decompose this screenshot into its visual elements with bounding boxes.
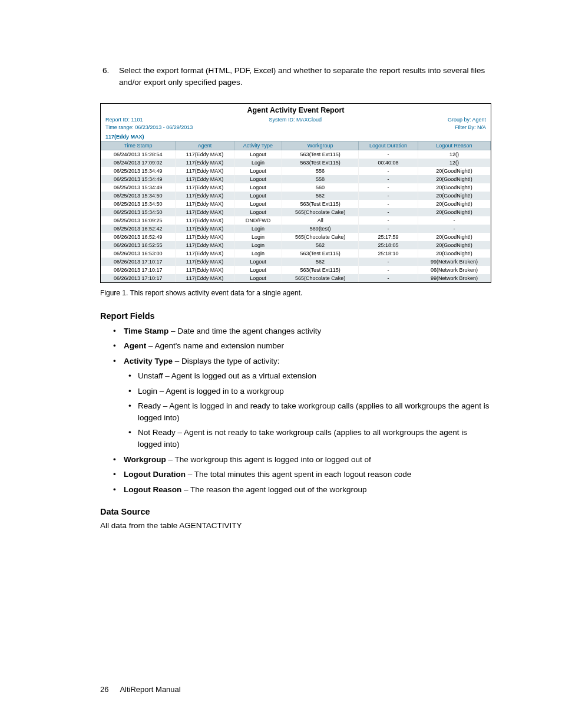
table-cell: 20(GoodNight!) — [418, 167, 490, 175]
field-item: Agent – Agent's name and extension numbe… — [124, 340, 491, 352]
table-cell: 565(Chocolate Cake) — [282, 208, 359, 216]
table-cell: - — [418, 225, 490, 233]
table-cell: 06(Network Broken) — [418, 266, 490, 274]
table-cell: 117(Eddy MAX) — [176, 183, 234, 192]
table-cell: 117(Eddy MAX) — [176, 200, 234, 208]
table-cell: 06/24/2013 15:28:54 — [101, 150, 176, 159]
table-cell: Logout — [234, 274, 282, 282]
instruction-list: 6. Select the export format (HTML, PDF, … — [100, 65, 491, 89]
table-cell: 117(Eddy MAX) — [176, 266, 234, 274]
table-cell: 20(GoodNight!) — [418, 200, 490, 208]
table-row: 06/26/2013 16:52:49117(Eddy MAX)Login565… — [101, 233, 491, 241]
table-cell: 20(GoodNight!) — [418, 183, 490, 192]
field-subitem: Login – Agent is logged in to a workgrou… — [138, 386, 491, 397]
table-cell: 99(Network Broken) — [418, 274, 490, 282]
table-cell: 06/25/2013 16:09:25 — [101, 216, 176, 225]
group-by: Group by: Agent — [448, 117, 486, 124]
field-item: Activity Type – Displays the type of act… — [124, 355, 491, 450]
caption-label: Figure 1. — [100, 289, 128, 297]
table-cell: 563(Test Ext115) — [282, 200, 359, 208]
table-cell: Login — [234, 159, 282, 167]
footer-title: AltiReport Manual — [120, 685, 180, 694]
field-subitem: Unstaff – Agent is logged out as a virtu… — [138, 370, 491, 382]
table-cell: - — [359, 225, 418, 233]
report-id: Report ID: 1101 — [105, 117, 143, 124]
agent-header: 117(Eddy MAX) — [101, 133, 491, 141]
table-cell: 25:18:10 — [359, 249, 418, 258]
table-cell: 00:40:08 — [359, 159, 418, 167]
table-cell: DND/FWD — [234, 216, 282, 225]
table-cell: Login — [234, 233, 282, 241]
table-cell: 20(GoodNight!) — [418, 192, 490, 200]
table-cell: 563(Test Ext115) — [282, 159, 359, 167]
table-row: 06/25/2013 15:34:49117(Eddy MAX)Logout55… — [101, 167, 491, 175]
table-cell: 117(Eddy MAX) — [176, 233, 234, 241]
table-cell: 563(Test Ext115) — [282, 249, 359, 258]
table-cell: 06/25/2013 15:34:49 — [101, 183, 176, 192]
instruction-item: 6. Select the export format (HTML, PDF, … — [117, 65, 491, 89]
table-cell: 25:18:05 — [359, 241, 418, 249]
field-subitem: Ready – Agent is logged in and ready to … — [138, 400, 491, 423]
table-cell: 117(Eddy MAX) — [176, 225, 234, 233]
caption-text: This report shows activity event data fo… — [130, 289, 302, 297]
table-cell: 117(Eddy MAX) — [176, 167, 234, 175]
table-cell: - — [359, 183, 418, 192]
table-cell: 20(GoodNight!) — [418, 249, 490, 258]
table-cell: - — [359, 258, 418, 266]
report-meta-row1: Report ID: 1101 System ID: MAXCloud Grou… — [101, 117, 491, 124]
table-cell: 20(GoodNight!) — [418, 241, 490, 249]
table-cell: 562 — [282, 241, 359, 249]
table-cell: 06/25/2013 15:34:49 — [101, 175, 176, 183]
table-cell: - — [359, 208, 418, 216]
page: 6. Select the export format (HTML, PDF, … — [0, 0, 562, 728]
field-item: Workgroup – The workgroup this agent is … — [124, 454, 491, 466]
table-row: 06/25/2013 15:34:49117(Eddy MAX)Logout55… — [101, 175, 491, 183]
table-cell: 563(Test Ext115) — [282, 266, 359, 274]
table-row: 06/24/2013 17:09:02117(Eddy MAX)Login563… — [101, 159, 491, 167]
data-source-text: All data from the table AGENTACTIVITY — [100, 521, 491, 530]
table-cell: 117(Eddy MAX) — [176, 274, 234, 282]
table-header-cell: Activity Type — [234, 141, 282, 150]
field-desc: Date and time the agent changes activity — [177, 327, 321, 335]
table-cell: 06/25/2013 15:34:50 — [101, 192, 176, 200]
page-footer: 26 AltiReport Manual — [100, 685, 181, 694]
table-cell: 117(Eddy MAX) — [176, 159, 234, 167]
report-title: Agent Activity Event Report — [101, 104, 491, 117]
field-subitem: Not Ready – Agent is not ready to take w… — [138, 427, 491, 450]
field-item: Logout Reason – The reason the agent log… — [124, 484, 491, 496]
table-cell: 117(Eddy MAX) — [176, 258, 234, 266]
table-cell: 20(GoodNight!) — [418, 175, 490, 183]
table-cell: Logout — [234, 183, 282, 192]
table-header-row: Time StampAgentActivity TypeWorkgroupLog… — [101, 141, 491, 150]
table-cell: 06/25/2013 15:34:49 — [101, 167, 176, 175]
table-cell: 06/25/2013 15:34:50 — [101, 200, 176, 208]
system-id: System ID: MAXCloud — [269, 117, 322, 124]
table-cell: 562 — [282, 258, 359, 266]
table-cell: 562 — [282, 192, 359, 200]
report-table: Time StampAgentActivity TypeWorkgroupLog… — [101, 141, 491, 282]
table-row: 06/25/2013 15:34:50117(Eddy MAX)Logout56… — [101, 192, 491, 200]
table-cell: Logout — [234, 200, 282, 208]
table-cell: 563(Test Ext115) — [282, 150, 359, 159]
report-screenshot: Agent Activity Event Report Report ID: 1… — [100, 103, 491, 283]
table-row: 06/26/2013 17:10:17117(Eddy MAX)Logout56… — [101, 266, 491, 274]
table-cell: Logout — [234, 167, 282, 175]
table-header-cell: Agent — [176, 141, 234, 150]
field-name: Time Stamp — [124, 327, 168, 335]
table-header-cell: Workgroup — [282, 141, 359, 150]
table-cell: 99(Network Broken) — [418, 258, 490, 266]
field-name: Workgroup — [124, 455, 166, 464]
table-cell: 117(Eddy MAX) — [176, 249, 234, 258]
table-cell: - — [359, 216, 418, 225]
table-row: 06/24/2013 15:28:54117(Eddy MAX)Logout56… — [101, 150, 491, 159]
table-row: 06/25/2013 16:09:25117(Eddy MAX)DND/FWDA… — [101, 216, 491, 225]
table-cell: 556 — [282, 167, 359, 175]
time-range: Time range: 06/23/2013 - 06/29/2013 — [105, 124, 193, 133]
table-cell: 117(Eddy MAX) — [176, 216, 234, 225]
table-row: 06/25/2013 15:34:50117(Eddy MAX)Logout56… — [101, 200, 491, 208]
field-name: Logout Duration — [124, 470, 186, 479]
table-cell: 558 — [282, 175, 359, 183]
table-cell: 565(Chocolate Cake) — [282, 233, 359, 241]
table-cell: - — [359, 266, 418, 274]
table-row: 06/26/2013 16:52:55117(Eddy MAX)Login562… — [101, 241, 491, 249]
